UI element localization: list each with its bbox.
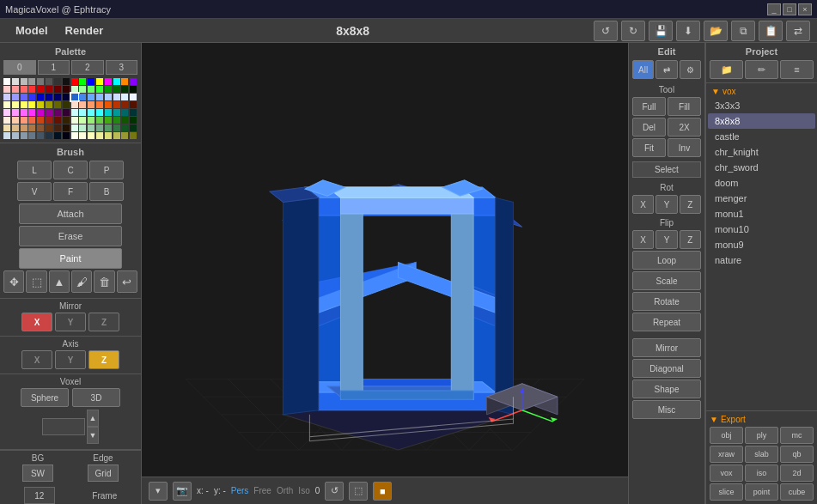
export-iso[interactable]: iso bbox=[745, 465, 778, 482]
color-cell[interactable] bbox=[121, 101, 128, 108]
color-cell[interactable] bbox=[46, 94, 52, 100]
color-cell[interactable] bbox=[79, 132, 86, 139]
color-cell[interactable] bbox=[3, 94, 10, 100]
color-cell[interactable] bbox=[12, 94, 19, 100]
color-cell[interactable] bbox=[28, 117, 35, 124]
color-cell[interactable] bbox=[71, 78, 78, 85]
palette-tab-1[interactable]: 1 bbox=[38, 60, 70, 75]
color-cell[interactable] bbox=[54, 94, 61, 100]
color-cell[interactable] bbox=[21, 109, 27, 116]
close-button[interactable]: × bbox=[798, 3, 812, 15]
mode-orth[interactable]: Orth bbox=[277, 486, 293, 495]
undo-button[interactable]: ↺ bbox=[594, 21, 618, 41]
color-cell[interactable] bbox=[130, 132, 137, 139]
color-cell[interactable] bbox=[46, 109, 52, 116]
color-cell[interactable] bbox=[96, 117, 103, 124]
color-cell[interactable] bbox=[54, 86, 61, 93]
color-cell[interactable] bbox=[3, 109, 10, 116]
maximize-button[interactable]: □ bbox=[783, 3, 796, 15]
color-cell[interactable] bbox=[121, 109, 128, 116]
color-cell[interactable] bbox=[96, 132, 103, 139]
brush-b-button[interactable]: B bbox=[89, 182, 124, 201]
color-cell[interactable] bbox=[113, 86, 120, 93]
export-slice[interactable]: slice bbox=[710, 483, 743, 501]
color-cell[interactable] bbox=[105, 94, 112, 100]
vox-item-monu1[interactable]: monu1 bbox=[708, 206, 815, 222]
edit-tab-settings[interactable]: ⚙ bbox=[680, 60, 701, 79]
color-cell[interactable] bbox=[113, 124, 120, 131]
color-cell[interactable] bbox=[37, 117, 44, 124]
color-cell[interactable] bbox=[63, 78, 70, 85]
color-cell[interactable] bbox=[63, 101, 70, 108]
paste-button[interactable]: 📋 bbox=[759, 21, 783, 41]
fill-button[interactable]: Fill bbox=[668, 97, 701, 116]
mode-iso[interactable]: Iso bbox=[298, 486, 309, 495]
mode-free[interactable]: Free bbox=[253, 486, 271, 495]
color-cell[interactable] bbox=[63, 86, 70, 93]
vox-item-doom[interactable]: doom bbox=[708, 175, 815, 191]
color-cell[interactable] bbox=[79, 94, 86, 100]
full-button[interactable]: Full bbox=[632, 97, 666, 116]
color-cell[interactable] bbox=[28, 109, 35, 116]
flip-z-button[interactable]: Z bbox=[680, 230, 701, 249]
export-cube[interactable]: cube bbox=[780, 483, 814, 501]
color-cell[interactable] bbox=[105, 132, 112, 139]
color-cell[interactable] bbox=[113, 132, 120, 139]
open-button[interactable]: 📂 bbox=[704, 21, 728, 41]
export-vox[interactable]: vox bbox=[710, 465, 743, 482]
color-cell[interactable] bbox=[3, 124, 10, 131]
paint-button[interactable]: Paint bbox=[19, 248, 122, 269]
color-cell[interactable] bbox=[21, 86, 27, 93]
size-down-button[interactable]: ▼ bbox=[87, 427, 99, 444]
color-cell[interactable] bbox=[21, 101, 27, 108]
mode-pers[interactable]: Pers bbox=[231, 486, 249, 495]
edge-value[interactable]: Grid bbox=[88, 465, 119, 482]
color-cell[interactable] bbox=[21, 132, 27, 139]
project-folder-tab[interactable]: 📁 bbox=[710, 60, 743, 79]
export-ply[interactable]: ply bbox=[745, 427, 778, 444]
color-cell[interactable] bbox=[46, 78, 52, 85]
color-cell[interactable] bbox=[71, 101, 78, 108]
color-cell[interactable] bbox=[12, 132, 19, 139]
color-cell[interactable] bbox=[88, 78, 95, 85]
color-cell[interactable] bbox=[28, 124, 35, 131]
color-cell[interactable] bbox=[130, 78, 137, 85]
color-cell[interactable] bbox=[37, 78, 44, 85]
color-cell[interactable] bbox=[12, 109, 19, 116]
color-cell[interactable] bbox=[113, 78, 120, 85]
color-cell[interactable] bbox=[54, 124, 61, 131]
color-cell[interactable] bbox=[71, 117, 78, 124]
select-tool[interactable]: ⬚ bbox=[26, 270, 46, 293]
color-cell[interactable] bbox=[28, 132, 35, 139]
color-cell[interactable] bbox=[12, 117, 19, 124]
palette-tab-2[interactable]: 2 bbox=[71, 60, 104, 75]
color-cell[interactable] bbox=[3, 78, 10, 85]
color-cell[interactable] bbox=[79, 117, 86, 124]
color-cell[interactable] bbox=[28, 78, 35, 85]
color-cell[interactable] bbox=[28, 101, 35, 108]
vox-item-chr-knight[interactable]: chr_knight bbox=[708, 144, 815, 160]
color-cell[interactable] bbox=[79, 124, 86, 131]
inv-button[interactable]: Inv bbox=[668, 138, 701, 157]
frame-value[interactable]: 12 bbox=[24, 487, 55, 504]
size-up-button[interactable]: ▲ bbox=[87, 410, 99, 427]
copy-button[interactable]: ⧉ bbox=[731, 21, 755, 41]
camera-button[interactable]: 📷 bbox=[173, 482, 192, 501]
color-cell[interactable] bbox=[3, 86, 10, 93]
color-cell[interactable] bbox=[121, 94, 128, 100]
color-cell[interactable] bbox=[130, 101, 137, 108]
color-cell[interactable] bbox=[121, 132, 128, 139]
2x-button[interactable]: 2X bbox=[668, 118, 701, 137]
sphere-button[interactable]: Sphere bbox=[21, 388, 69, 407]
download-button[interactable]: ⬇ bbox=[676, 21, 700, 41]
color-cell[interactable] bbox=[63, 109, 70, 116]
color-cell[interactable] bbox=[121, 117, 128, 124]
fit-button[interactable]: Fit bbox=[632, 138, 666, 157]
color-cell[interactable] bbox=[63, 124, 70, 131]
menu-render[interactable]: Render bbox=[57, 21, 113, 40]
mirror-z-button[interactable]: Z bbox=[88, 313, 119, 331]
color-cell[interactable] bbox=[37, 101, 44, 108]
vox-item-3x3x3[interactable]: 3x3x3 bbox=[708, 98, 815, 113]
vox-item-menger[interactable]: menger bbox=[708, 191, 815, 206]
color-cell[interactable] bbox=[88, 101, 95, 108]
